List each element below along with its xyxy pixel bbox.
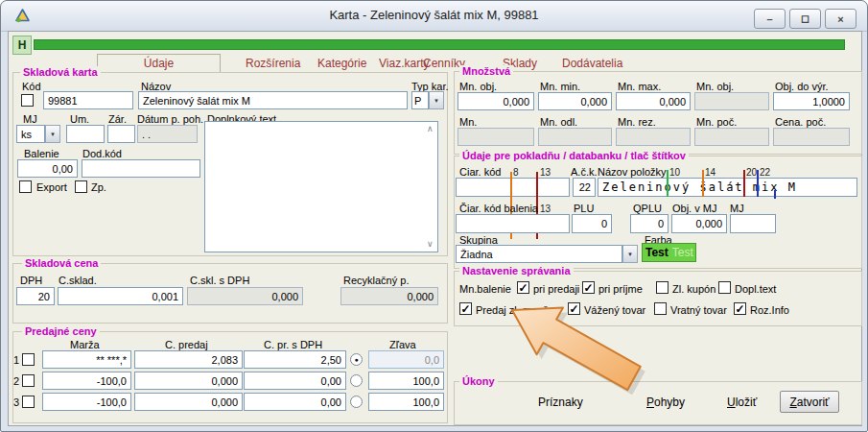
- tab-rozsirenia[interactable]: Rozšírenia: [246, 57, 300, 70]
- scroll-up-icon[interactable]: ∧: [427, 124, 434, 133]
- dph-field[interactable]: 20: [16, 287, 55, 305]
- h-button[interactable]: H: [12, 36, 32, 55]
- price-row-checkbox[interactable]: [22, 353, 35, 366]
- group-title-ukony: Úkony: [459, 375, 498, 387]
- price-row-checkbox[interactable]: [22, 396, 35, 408]
- window: Karta - Zeleninový šalát mix M, 99881 – …: [0, 0, 868, 432]
- c-pr-s-dph-field[interactable]: 0,00: [244, 393, 346, 411]
- pri-predaji-label: pri predaji: [533, 283, 579, 295]
- mn-poc-label: Mn. poč.: [696, 116, 737, 128]
- scroll-down-icon[interactable]: ∨: [427, 239, 434, 249]
- zlava-field[interactable]: 100,0: [368, 372, 444, 390]
- predaj-zl-mnoz-checkbox[interactable]: ✓: [459, 302, 472, 315]
- mn-obj2-field: [694, 92, 769, 110]
- mn-min-field[interactable]: 0,000: [538, 92, 612, 110]
- marza-field[interactable]: -100,0: [42, 372, 131, 390]
- obj-do-vyr-field[interactable]: 1,0000: [773, 92, 850, 110]
- mj-field[interactable]: ks: [16, 125, 45, 143]
- datum-label: Dátum p. poh.: [137, 113, 203, 125]
- nazov-polozky-field[interactable]: Zeleninový šalát mix M: [598, 178, 857, 197]
- marker-8: 8: [513, 167, 519, 178]
- c-skl-s-dph-field: 0,000: [187, 287, 303, 305]
- ulozit-button[interactable]: Uložiť: [727, 396, 757, 409]
- zlava-field: 0,0: [368, 350, 444, 369]
- price-row-checkbox[interactable]: [22, 374, 35, 387]
- marker-13: 13: [540, 167, 551, 178]
- vratny-tovar-checkbox[interactable]: [654, 302, 667, 315]
- export-checkbox[interactable]: [19, 180, 32, 193]
- dopl-text-checkbox[interactable]: [718, 281, 731, 294]
- zatvorit-button[interactable]: Zatvoriť: [780, 391, 839, 413]
- title-bar[interactable]: Karta - Zeleninový šalát mix M, 99881 – …: [1, 1, 867, 32]
- farba-button[interactable]: Test Test: [642, 243, 696, 262]
- mj-dropdown-icon[interactable]: ▼: [45, 125, 60, 143]
- c-sklad-field[interactable]: 0,001: [58, 287, 183, 305]
- mn-max-field[interactable]: 0,000: [616, 92, 691, 110]
- c-predaj-field[interactable]: 0,000: [134, 372, 243, 390]
- mn-odl-field: [538, 128, 612, 146]
- dopl-text-label: Dopl.text: [735, 283, 776, 295]
- skupina-field[interactable]: Žiadna: [456, 245, 622, 263]
- tab-viaz-karty[interactable]: Viaz.karty: [379, 57, 429, 70]
- typ-kar-field[interactable]: P: [411, 91, 429, 109]
- typ-kar-dropdown-icon[interactable]: ▼: [429, 91, 444, 109]
- priznaky-button[interactable]: Príznaky: [538, 396, 583, 409]
- ciar-kod-field[interactable]: [456, 178, 570, 197]
- mn-odl-label: Mn. odl.: [540, 116, 577, 128]
- balenie-field[interactable]: 0,00: [17, 159, 78, 178]
- close-icon[interactable]: ×: [825, 9, 856, 29]
- mn-obj-field[interactable]: 0,000: [457, 92, 534, 110]
- marker-20: 20: [746, 167, 757, 178]
- zlava-field[interactable]: 100,0: [368, 393, 444, 411]
- group-title-skladova-karta: Skladová karta: [20, 66, 101, 78]
- price-row-radio[interactable]: [350, 374, 363, 387]
- ack-field[interactable]: 22: [573, 178, 596, 197]
- c-predaj-field[interactable]: 0,000: [134, 393, 243, 411]
- skupina-dropdown-icon[interactable]: ▼: [622, 245, 638, 263]
- c-pr-s-dph-field[interactable]: 2,50: [244, 350, 346, 369]
- balenie-label: Balenie: [24, 148, 59, 159]
- datum-field: . .: [137, 125, 198, 143]
- tab-kategorie[interactable]: Kategórie: [317, 57, 366, 70]
- dod-kod-field[interactable]: [82, 159, 200, 178]
- marza-field[interactable]: ** ***,*: [42, 350, 131, 369]
- mj2-field[interactable]: [730, 214, 776, 233]
- pri-prijme-checkbox[interactable]: ✓: [582, 281, 595, 294]
- um-field[interactable]: [66, 125, 105, 143]
- kod-field[interactable]: 99881: [43, 91, 133, 109]
- marker-22: 22: [760, 167, 770, 178]
- roz-info-checkbox[interactable]: ✓: [734, 302, 746, 315]
- recykl-label: Recyklačný p.: [343, 275, 409, 286]
- qplu-field[interactable]: 0: [630, 214, 669, 233]
- window-controls: – ◻ ×: [750, 9, 856, 29]
- mn-rez-label: Mn. rez.: [618, 116, 656, 128]
- minimize-icon[interactable]: –: [754, 9, 786, 29]
- group-title-nastavenie: Nastavenie správania: [459, 265, 574, 276]
- kod-checkbox[interactable]: [21, 94, 34, 107]
- nazov-field[interactable]: Zeleninový šalát mix M: [138, 91, 408, 109]
- roz-info-label: Roz.Info: [750, 304, 789, 316]
- maximize-icon[interactable]: ◻: [789, 9, 821, 29]
- plu-field[interactable]: 0: [572, 214, 612, 233]
- price-row-num: 1: [13, 354, 19, 366]
- c-pr-s-dph-field[interactable]: 0,00: [244, 372, 346, 390]
- zl-kupon-checkbox[interactable]: [656, 281, 669, 294]
- pri-predaji-checkbox[interactable]: ✓: [517, 281, 529, 294]
- ruler-line-red-20: [743, 170, 745, 197]
- zp-checkbox[interactable]: [75, 180, 87, 193]
- mn-balenie-label: Mn.balenie: [459, 283, 511, 295]
- price-row-radio[interactable]: ●: [350, 353, 363, 366]
- c-predaj-field[interactable]: 2,083: [134, 350, 243, 369]
- ciar-kod-balenia-field[interactable]: [456, 214, 570, 233]
- vazeny-tovar-checkbox[interactable]: ✓: [568, 302, 580, 315]
- tab-udaje[interactable]: Údaje: [97, 54, 221, 73]
- doplnkovy-textarea[interactable]: [204, 121, 438, 252]
- price-row-radio[interactable]: [350, 396, 363, 408]
- obj-v-mj-field[interactable]: 0,000: [671, 214, 727, 233]
- marza-field[interactable]: -100,0: [42, 393, 131, 411]
- ruler-line-green-10: [667, 170, 669, 197]
- zar-field[interactable]: [107, 125, 135, 143]
- obj-do-vyr-label: Obj. do výr.: [775, 81, 829, 92]
- pohyby-button[interactable]: Pohyby: [646, 396, 685, 409]
- tab-dodavatelia[interactable]: Dodávatelia: [562, 57, 622, 70]
